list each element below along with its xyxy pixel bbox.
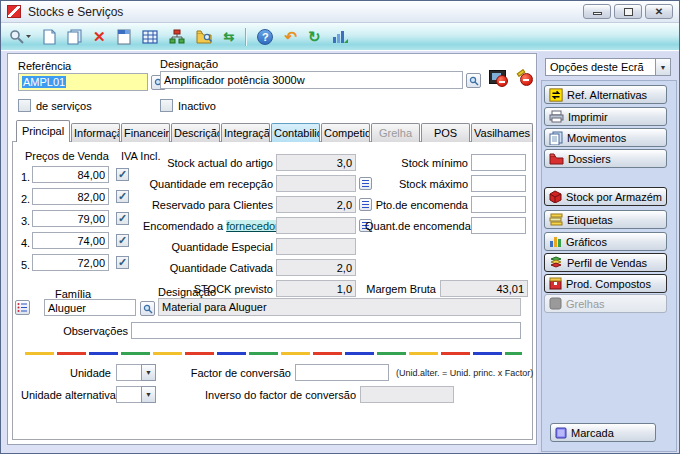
statistics-icon[interactable] bbox=[332, 28, 348, 46]
designacao-lookup-button[interactable] bbox=[466, 73, 481, 88]
minimize-icon bbox=[593, 12, 602, 15]
observacoes-label: Observações bbox=[43, 325, 128, 337]
referencia-input[interactable]: AMPL01 bbox=[18, 73, 148, 91]
tab-vasilhames[interactable]: Vasilhames bbox=[471, 123, 533, 142]
chevron-down-icon: ▼ bbox=[141, 386, 156, 403]
opcoes-ecra-select[interactable]: Opções deste Ecrã ▼ bbox=[545, 58, 671, 76]
stock-por-armazem-button[interactable]: Stock por Armazém bbox=[544, 187, 667, 206]
help-icon[interactable]: ? bbox=[257, 29, 273, 45]
bar-chart-icon bbox=[549, 235, 562, 248]
close-button[interactable]: ✕ bbox=[645, 4, 673, 19]
minimize-button[interactable] bbox=[583, 4, 611, 19]
ref-alternativas-button[interactable]: Ref. Alternativas bbox=[544, 85, 667, 104]
referencia-label: Referência bbox=[18, 60, 71, 72]
tab-principal[interactable]: Principal bbox=[16, 120, 70, 142]
inactivo-checkbox[interactable] bbox=[160, 99, 173, 112]
tree-view-icon[interactable] bbox=[169, 28, 185, 46]
preco-3-input[interactable] bbox=[32, 210, 109, 227]
block-web-icon[interactable] bbox=[517, 70, 535, 87]
familia-input[interactable] bbox=[44, 299, 136, 316]
search-folder-icon[interactable] bbox=[196, 28, 213, 46]
de-servicos-checkbox[interactable] bbox=[18, 99, 31, 112]
encomendado-label: Encomendado a fornecedores bbox=[143, 220, 273, 232]
marcada-button[interactable]: Marcada bbox=[550, 423, 656, 442]
unidade-select[interactable]: ▼ bbox=[116, 364, 156, 381]
undo-icon[interactable]: ↶ bbox=[284, 28, 297, 46]
graficos-button[interactable]: Gráficos bbox=[544, 232, 667, 251]
factor-conversao-input[interactable] bbox=[295, 364, 389, 381]
inverso-factor-label: Inverso do factor de conversão bbox=[163, 389, 356, 401]
movimentos-button[interactable]: Movimentos bbox=[544, 128, 667, 147]
stock-maximo-input[interactable] bbox=[471, 175, 526, 192]
qtd-cativada-label: Quantidade Cativada bbox=[143, 262, 273, 274]
tab-competidores[interactable]: Competidor bbox=[321, 123, 370, 142]
stock-actual-label: Stock actual do artigo bbox=[143, 157, 273, 169]
stock-previsto-value: 1,0 bbox=[276, 280, 356, 297]
refresh-icon[interactable]: ↻ bbox=[308, 28, 321, 46]
edit-record-icon[interactable] bbox=[117, 28, 131, 46]
tab-pos[interactable]: POS bbox=[421, 123, 470, 142]
imprimir-button[interactable]: Imprimir bbox=[544, 107, 667, 126]
prod-compostos-button[interactable]: Prod. Compostos bbox=[544, 274, 667, 293]
familia-lookup-button[interactable] bbox=[140, 301, 155, 316]
stocks-servicos-window: Stocks e Serviços ✕ ✕ ⇆ bbox=[0, 0, 680, 454]
iva-3-checkbox[interactable]: ✓ bbox=[116, 212, 129, 225]
qtd-especial-label: Quantidade Especial bbox=[143, 241, 273, 253]
quant-encomenda-label: Quant.de encomenda bbox=[365, 220, 468, 232]
inverso-factor-value bbox=[360, 386, 454, 403]
preco-2-input[interactable] bbox=[32, 188, 109, 205]
preco-4-input[interactable] bbox=[32, 232, 109, 249]
dossiers-button[interactable]: Dossiers bbox=[544, 149, 667, 168]
delete-record-icon[interactable]: ✕ bbox=[93, 28, 106, 46]
referencia-value: AMPL01 bbox=[22, 76, 66, 88]
iva-1-checkbox[interactable]: ✓ bbox=[116, 168, 129, 181]
qtd-especial-value bbox=[276, 238, 356, 255]
maximize-button[interactable] bbox=[614, 4, 642, 19]
pto-encomenda-label: Pto.de encomenda bbox=[365, 199, 468, 211]
iva-5-checkbox[interactable]: ✓ bbox=[116, 256, 129, 269]
etiquetas-button[interactable]: Etiquetas bbox=[544, 210, 667, 229]
table-view-icon[interactable] bbox=[142, 28, 158, 46]
preco-3-num: 3. bbox=[21, 215, 30, 227]
iva-2-checkbox[interactable]: ✓ bbox=[116, 190, 129, 203]
preco-5-input[interactable] bbox=[32, 254, 109, 271]
unidade-alternativa-select[interactable]: ▼ bbox=[116, 386, 156, 403]
perfil-de-vendas-button[interactable]: Perfil de Vendas bbox=[544, 253, 667, 272]
toolbar-separator bbox=[245, 28, 246, 46]
tab-informacao[interactable]: Informação bbox=[71, 123, 120, 142]
designacao-input[interactable]: Amplificador potência 3000w bbox=[160, 71, 463, 89]
unidade-alternativa-label: Unidade alternativa bbox=[21, 389, 111, 401]
chevron-down-icon: ▼ bbox=[141, 364, 156, 381]
stock-actual-value: 3,0 bbox=[276, 154, 356, 171]
reservado-label: Reservado para Clientes bbox=[143, 199, 273, 211]
observacoes-input[interactable] bbox=[131, 322, 521, 339]
preco-2-num: 2. bbox=[21, 193, 30, 205]
tab-grelha: Grelha bbox=[371, 123, 420, 142]
quant-encomenda-input[interactable] bbox=[471, 217, 526, 234]
gray-grid-icon bbox=[549, 297, 562, 310]
preco-4-num: 4. bbox=[21, 237, 30, 249]
documents-icon bbox=[549, 131, 563, 145]
printer-icon bbox=[549, 110, 564, 123]
tab-financeiros[interactable]: Financeiros bbox=[121, 123, 170, 142]
iva-4-checkbox[interactable]: ✓ bbox=[116, 234, 129, 247]
stock-minimo-input[interactable] bbox=[471, 154, 526, 171]
preco-1-num: 1. bbox=[21, 171, 30, 183]
tab-descricao[interactable]: Descrição bbox=[171, 123, 220, 142]
preco-1-input[interactable] bbox=[32, 166, 109, 183]
app-logo-icon bbox=[7, 5, 21, 18]
transfer-arrows-icon[interactable]: ⇆ bbox=[224, 28, 235, 46]
color-divider bbox=[25, 352, 522, 355]
designacao-label: Designação bbox=[160, 58, 218, 70]
new-record-icon[interactable] bbox=[43, 28, 56, 46]
opcoes-ecra-label: Opções deste Ecrã bbox=[545, 58, 655, 76]
labels-icon bbox=[549, 213, 563, 226]
block-screen-icon[interactable] bbox=[489, 70, 509, 87]
duplicate-record-icon[interactable] bbox=[67, 28, 82, 46]
search-icon[interactable] bbox=[9, 28, 32, 46]
tab-contabilidade[interactable]: Contabilida bbox=[271, 123, 320, 142]
tab-integracao[interactable]: Integração bbox=[221, 123, 270, 142]
pto-encomenda-input[interactable] bbox=[471, 196, 526, 213]
familia-list-button[interactable] bbox=[15, 300, 30, 315]
layer-cube-icon bbox=[549, 256, 563, 269]
